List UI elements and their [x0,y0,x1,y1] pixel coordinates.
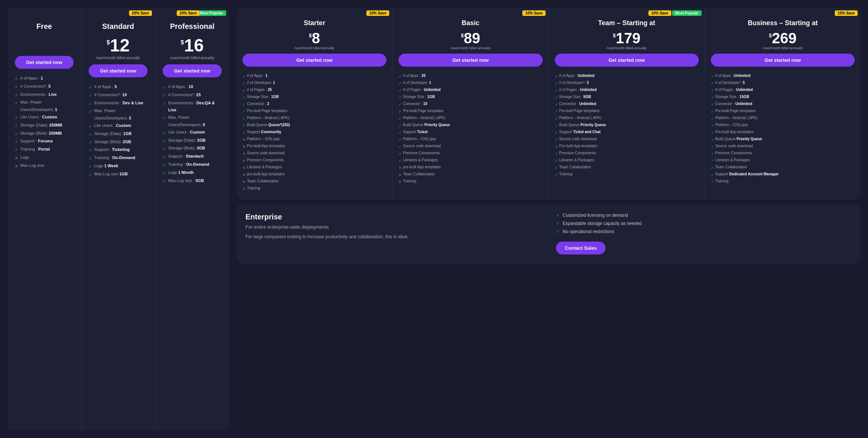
feature-value: On-Demand [112,155,135,160]
cta-button[interactable]: Get started now [243,54,386,67]
enterprise-feature-label: Expandable storage capacity as needed [563,221,642,226]
feature-item: ✓ # of Pages : Unlimited [711,87,855,94]
feature-label: Storage Size : [559,95,584,99]
check-icon: ✓ [89,100,92,108]
most-popular-badge: Most Popular [197,10,226,16]
save-badge: 10% Save [648,10,671,16]
feature-item: ✓ Premium Components [711,150,855,157]
cross-icon: ✕ [243,172,245,178]
feature-value: 2GB [123,139,131,144]
feature-label: # of Apps : [20,76,41,80]
price-period: /user/month billed annually [96,56,140,60]
feature-item: ✓ Source code download [555,136,699,143]
cross-icon: ✕ [243,151,245,157]
feature-item: ✓ Pre-built App templates [555,143,699,150]
feature-label: Libraries & Packages [247,165,282,169]
plan-card-free: Free Get started now ✓ # of Apps : 1 ✓ #… [7,7,81,431]
feature-item: ✓ Storage (Data): 2GB [163,137,222,145]
feature-label: # of Apps : [403,74,421,78]
feature-value: 1 Week [104,164,118,168]
check-icon: ✓ [163,84,166,91]
feature-item: ✓ # Connectors*: 5 [15,83,74,91]
feature-item: ✓ Storage (Blob): 250MB [15,130,74,138]
feature-label: Training [247,186,260,190]
feature-label: # of Developer*: [559,81,587,85]
cta-button[interactable]: Get started now [15,56,74,69]
enterprise-title: Enterprise [245,213,541,221]
feature-label: pre-built App templates [247,172,285,176]
right-plan-card-business: 10% Save Business – Starting at $ 269 /u… [705,7,861,199]
feature-item: ✓ Libraries & Packages [399,157,542,164]
feature-item: ✓ Support : Forums [15,138,74,146]
cta-button[interactable]: Get started now [711,54,855,67]
feature-item: ✓ Connector : 10 [399,101,542,108]
feature-item: ✓ Logs 1 Month [163,169,222,177]
plan-price: $ 89 [461,31,480,46]
feature-item: ✓ Platform – IOS(.ipa) [711,122,855,129]
feature-item: ✓ # Connectors*: 25 [163,91,222,100]
plan-name: Professional [170,22,214,31]
feature-value: 2 [267,102,269,106]
check-icon: ✓ [711,179,714,185]
check-icon: ✓ [399,115,401,122]
feature-value: Live [48,92,57,97]
feature-value: 10 [122,92,127,97]
feature-item: ✓ # of Apps : 10 [163,83,222,91]
cta-button[interactable]: Get started now [163,64,222,77]
feature-item: ✓ Pre-built Page templates [399,108,542,115]
price-dollar-sign: $ [309,33,312,38]
feature-item: ✓ Training : On-Demand [163,161,222,169]
feature-label: Storage (Data): [20,123,49,127]
feature-item: ✓ Environments : Dev,QA & Live [163,100,222,114]
check-icon: ✓ [711,165,714,171]
feature-item: ✓ Max.Log size 1GB [89,171,148,179]
feature-label: # of Apps : [247,74,265,78]
check-icon: ✓ [163,100,166,108]
feature-label: Platform – IOS(.ipa) [403,137,435,141]
contact-sales-button[interactable]: Contact Sales [556,242,606,255]
feature-item: ✓ # of Apps : 5 [89,83,148,91]
feature-item: ✓ Storage Size : 1GB [399,94,542,101]
check-icon: ✓ [15,131,18,138]
check-icon: ✓ [399,87,401,94]
feature-item: ✓ # of Apps : 25 [399,73,542,80]
feature-item: ✓ Build Queue Queue*(250) [243,122,386,129]
feature-value: 10 [189,84,193,89]
feature-label: Storage (Blob): [20,131,49,135]
feature-item: ✓ Support : Standard [163,153,222,161]
feature-item: ✓ Source code download [399,143,542,150]
check-icon: ✓ [15,92,18,99]
feature-item: ✓ Platform – Android (.APK) [555,115,699,122]
check-icon: ✓ [555,137,558,143]
check-icon: ✓ [89,155,92,162]
feature-value: Ticketing [112,147,130,152]
feature-value: 25 [196,92,201,97]
right-plan-card-starter: 10% Save Starter $ 8 /user/month billed … [237,7,393,199]
check-icon: ✓ [15,75,18,83]
feature-item: ✓ Max. Power Users/Developers: 1 [15,99,74,114]
check-icon: ✓ [243,94,245,101]
check-icon: ✓ [711,144,714,150]
check-icon: ✓ [556,221,560,226]
feature-item: ✕ Pre-built App templates [243,143,386,150]
feature-value: Unlimited [734,74,751,78]
feature-item: ✓ Storage (Data): 1GB [89,130,148,138]
price-period: /user/month billed annually [451,46,490,50]
price-amount: 179 [616,31,641,46]
right-plans-container: 10% Save Starter $ 8 /user/month billed … [237,7,861,199]
cta-button[interactable]: Get started now [399,54,542,67]
cross-icon: ✕ [243,165,245,171]
feature-label: # of Apps : [715,74,734,78]
check-icon: ✓ [89,123,92,130]
feature-value: 2GB [197,138,206,142]
feature-item: ✓ Connector : Unlimited [555,101,699,108]
price-amount: 269 [772,31,797,46]
feature-item: ✓ Support Dedicated Account Manager [711,171,855,178]
feature-label: Training [715,179,729,183]
cta-button[interactable]: Get started now [89,64,148,77]
cta-button[interactable]: Get started now [555,54,699,67]
check-icon: ✓ [15,138,18,146]
feature-item: ✓ Source code download [711,143,855,150]
feature-item: ✓ Team Collaboration [711,164,855,171]
save-badge: 10% Save [835,10,858,16]
